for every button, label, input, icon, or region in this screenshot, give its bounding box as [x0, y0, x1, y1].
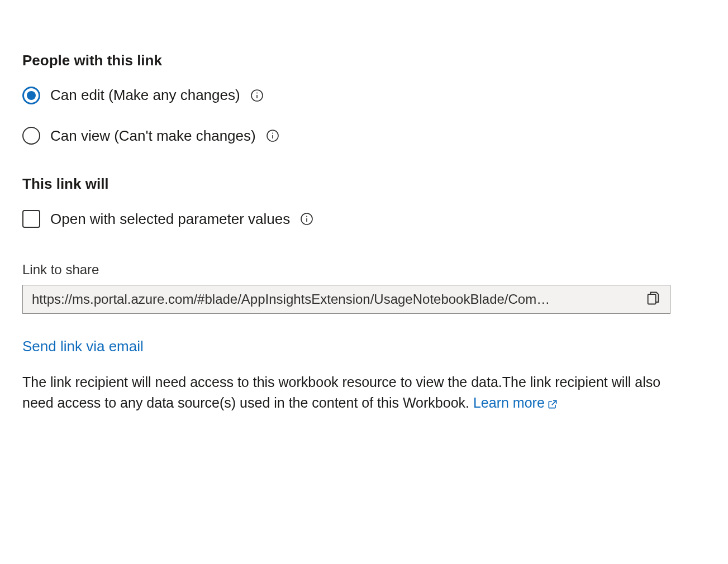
info-icon[interactable]: [300, 212, 313, 226]
external-link-icon: [547, 399, 558, 410]
learn-more-label: Learn more: [473, 395, 545, 410]
checkbox-open-selected-params[interactable]: Open with selected parameter values: [22, 209, 706, 229]
link-to-share-value[interactable]: https://ms.portal.azure.com/#blade/AppIn…: [32, 290, 636, 309]
radio-can-view[interactable]: Can view (Can't make changes): [22, 126, 706, 146]
permissions-heading: People with this link: [22, 50, 706, 70]
radio-can-edit-label: Can edit (Make any changes): [50, 85, 240, 105]
svg-point-7: [306, 216, 307, 217]
info-icon[interactable]: [266, 129, 279, 142]
permissions-radio-group: Can edit (Make any changes) Can view (Ca…: [22, 85, 706, 146]
radio-can-view-label: Can view (Can't make changes): [50, 126, 256, 146]
radio-icon: [22, 127, 40, 145]
checkbox-open-selected-params-label: Open with selected parameter values: [50, 209, 290, 229]
svg-point-4: [272, 132, 273, 133]
learn-more-link[interactable]: Learn more: [473, 395, 558, 410]
disclaimer-text: The link recipient will need access to t…: [22, 372, 670, 414]
svg-point-1: [256, 92, 258, 93]
disclaimer-body: The link recipient will need access to t…: [22, 374, 660, 411]
svg-rect-9: [648, 294, 656, 304]
link-to-share-label: Link to share: [22, 260, 706, 279]
link-settings-heading: This link will: [22, 174, 706, 194]
link-to-share-field: https://ms.portal.azure.com/#blade/AppIn…: [22, 285, 670, 314]
copy-link-button[interactable]: [643, 288, 663, 310]
info-icon[interactable]: [250, 89, 264, 102]
send-link-via-email-link[interactable]: Send link via email: [22, 336, 144, 356]
copy-icon: [645, 290, 661, 308]
checkbox-icon: [22, 210, 40, 228]
radio-icon: [22, 87, 40, 104]
radio-can-edit[interactable]: Can edit (Make any changes): [22, 85, 706, 105]
